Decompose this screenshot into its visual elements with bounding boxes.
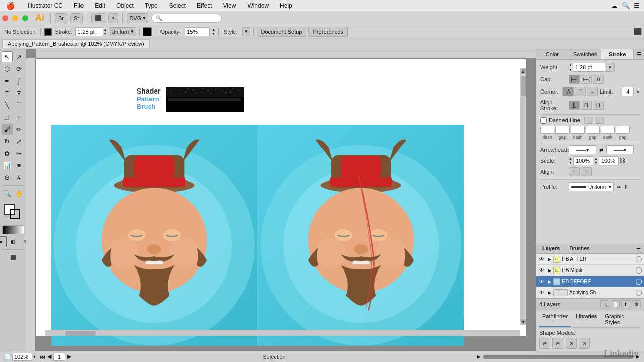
menu-select[interactable]: Select (167, 1, 188, 10)
color-mode-fill[interactable]: ■ (0, 236, 7, 247)
bar-graph-tool[interactable]: ≡ (14, 160, 25, 171)
rectangle-tool[interactable]: □ (2, 112, 13, 123)
menu-window[interactable]: Window (245, 1, 271, 10)
next-page-btn[interactable]: ▶ (67, 353, 71, 360)
search-box[interactable]: 🔍 (151, 14, 222, 23)
scale1-down[interactable]: ▼ (569, 161, 572, 165)
h-scroll-thumb[interactable] (65, 331, 96, 336)
arc-tool[interactable]: ⌒ (14, 100, 25, 111)
weight-dropdown[interactable]: ▾ (606, 63, 615, 72)
preferences-button[interactable]: Preferences (308, 27, 347, 37)
close-button[interactable] (2, 15, 8, 21)
zoom-input[interactable]: 102% (12, 353, 32, 361)
arrow-end[interactable]: ——▾ (606, 145, 634, 154)
arrange-icon[interactable]: ⬛ (634, 28, 642, 35)
menu-object[interactable]: Object (114, 1, 136, 10)
layer-pb-mask[interactable]: 👁 ▶ □ PB Mask (536, 265, 644, 276)
first-page-btn[interactable]: ⏮ (40, 354, 45, 360)
gap-2[interactable] (586, 126, 600, 134)
style-select[interactable]: ▾ (242, 27, 250, 36)
canvas-area[interactable]: Shader Pattern Brush (26, 49, 536, 351)
pen-tool[interactable]: ✒ (2, 75, 13, 86)
tab-swatches[interactable]: Swatches (569, 49, 602, 59)
magic-wand-tool[interactable]: ⬡ (2, 63, 13, 74)
menu-file[interactable]: File (72, 1, 86, 10)
page-input[interactable]: 1 (53, 353, 65, 361)
document-tab[interactable]: Applying_Pattern_Brushes.ai @ 102% (CMYK… (2, 39, 150, 48)
align-inside[interactable]: ⌈⌉ (581, 101, 592, 110)
scroll-up-btn[interactable]: ▲ (521, 69, 526, 74)
unite-btn[interactable]: ⊕ (539, 338, 550, 349)
tab-stroke[interactable]: Stroke (601, 49, 634, 59)
tab-color[interactable]: Color (536, 49, 569, 59)
menu-help[interactable]: Help (278, 1, 294, 10)
corner-miter[interactable]: ⋀ (562, 87, 574, 96)
layer-target-1[interactable] (636, 256, 642, 262)
layer-applying[interactable]: 👁 ▶ — Applying Sh... (536, 287, 644, 298)
layers-options[interactable]: ☰ (636, 246, 641, 251)
br-button[interactable]: Br (55, 13, 67, 23)
rotate-tool[interactable]: ↻ (2, 136, 13, 147)
scale-link[interactable]: ⛓ (620, 158, 625, 164)
tab-brushes[interactable]: Brushes (566, 244, 592, 252)
color-swatch[interactable] (143, 27, 152, 36)
dash-3[interactable] (601, 126, 615, 134)
area-type-tool[interactable]: Ŧ (14, 87, 25, 99)
scale-v1[interactable]: 100% (573, 156, 593, 165)
uniform-select[interactable]: Uniform▾ (109, 27, 136, 36)
minus-front-btn[interactable]: ⊖ (552, 338, 564, 349)
minimize-button[interactable] (12, 15, 18, 21)
vertical-scrollbar[interactable]: ▲ ▼ (520, 68, 526, 325)
scale-v2[interactable]: 100% (599, 156, 619, 165)
zoom-tool[interactable]: 🔍 (2, 188, 13, 199)
align-outside[interactable]: ⌊⌋ (593, 101, 604, 110)
layer-pb-after[interactable]: 👁 ▶ □ PB AFTER (536, 254, 644, 265)
warp-tool[interactable]: ✿ (2, 148, 13, 159)
column-graph-tool[interactable]: 📊 (2, 160, 13, 171)
layer-visibility-3[interactable]: 👁 (538, 278, 545, 285)
layer-expand-3[interactable]: ▶ (547, 279, 552, 284)
profile-select[interactable]: Uniform ▾ (569, 182, 614, 191)
st-button[interactable]: St (70, 13, 83, 23)
dash-1[interactable] (540, 126, 554, 134)
menu-edit[interactable]: Edit (93, 1, 107, 10)
cap-round[interactable]: )—( (581, 75, 592, 84)
opacity-input[interactable]: 15% (185, 27, 210, 36)
layer-visibility-4[interactable]: 👁 (538, 289, 545, 296)
scale1-up[interactable]: ▲ (569, 157, 572, 161)
cap-square[interactable]: ⊓ (593, 75, 604, 84)
intersect-btn[interactable]: ⊗ (566, 338, 577, 349)
zoom-dropdown[interactable]: ▾ (33, 354, 36, 359)
curvature-tool[interactable]: ∫ (14, 75, 25, 86)
layer-expand-2[interactable]: ▶ (547, 268, 552, 273)
ellipse-tool[interactable]: ○ (14, 112, 25, 123)
apple-menu[interactable]: 🍎 (4, 1, 17, 11)
layer-visibility-2[interactable]: 👁 (538, 267, 545, 274)
scale2-down[interactable]: ▼ (594, 161, 598, 165)
weight-value[interactable]: 1.28 pt (573, 63, 605, 72)
stroke-value[interactable]: 1.28 pt (75, 27, 103, 36)
stroke-color[interactable] (10, 209, 20, 219)
gap-1[interactable] (555, 126, 570, 134)
search-icon[interactable]: 🔍 (622, 2, 630, 9)
lasso-tool[interactable]: ⟳ (14, 63, 25, 74)
hand-tool[interactable]: ✋ (14, 188, 25, 199)
type-tool[interactable]: T (2, 87, 13, 99)
gradient-tool[interactable] (2, 225, 24, 234)
scale2-up[interactable]: ▲ (594, 157, 598, 161)
layer-expand-4[interactable]: ▶ (547, 290, 552, 295)
menu-effect[interactable]: Effect (195, 1, 214, 10)
layer-target-2[interactable] (636, 267, 642, 274)
dash-2[interactable] (571, 126, 585, 134)
width-tool[interactable]: ⤠ (14, 148, 25, 159)
arrow-swap[interactable]: ⇌ (598, 147, 604, 153)
limit-close[interactable]: ✕ (636, 89, 640, 95)
pencil-tool[interactable]: ✏ (14, 124, 25, 135)
move-to-new-btn[interactable]: ⬆ (621, 300, 630, 308)
corner-bevel[interactable]: ⌣ (587, 87, 598, 96)
opacity-down[interactable]: ▼ (212, 32, 215, 36)
pf-tab-graphic-styles[interactable]: Graphic Styles (602, 312, 641, 327)
horizontal-scrollbar[interactable] (45, 330, 520, 336)
tab-layers[interactable]: Layers (539, 244, 563, 252)
workspace-button[interactable]: ⬛ (91, 13, 105, 23)
